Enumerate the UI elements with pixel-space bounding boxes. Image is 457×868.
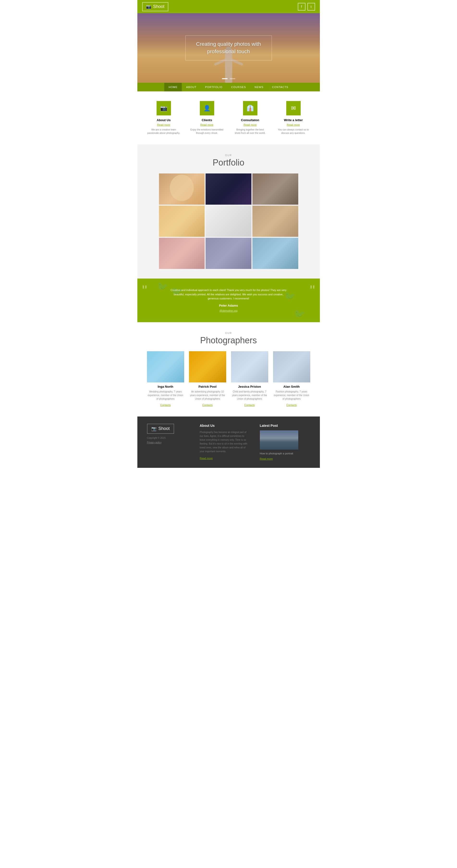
- footer-logo-text: Shoot: [159, 426, 170, 431]
- quote-left-icon: ": [142, 283, 147, 298]
- bird-icon-4: 🐦: [293, 309, 306, 320]
- hero-text-box: Creating quality photos with professiona…: [185, 35, 272, 60]
- service-title-write: Write a letter: [277, 118, 310, 122]
- footer-about-title: About Us: [200, 424, 250, 428]
- portfolio-title: Portfolio: [142, 158, 315, 168]
- bird-icon-1: 🐦: [156, 281, 169, 292]
- nav-about[interactable]: ABOUT: [182, 83, 201, 91]
- photographers-label: OUR: [142, 332, 315, 335]
- service-about: 📷 About Us Read more We are a creative t…: [147, 101, 180, 135]
- photographer-photo-2: [189, 351, 226, 382]
- photographer-photo-4: [273, 351, 310, 382]
- photographer-name-2: Patrick Pool: [189, 385, 226, 389]
- footer-privacy-link[interactable]: Privacy policy: [147, 441, 162, 444]
- footer-camera-icon: 📷: [151, 426, 156, 431]
- service-desc-clients: Enjoy the emotions transmitted through e…: [190, 128, 224, 135]
- facebook-button[interactable]: f: [298, 3, 306, 10]
- service-icon-person: 👤: [200, 101, 214, 115]
- nav-news[interactable]: NEWS: [250, 83, 268, 91]
- footer-copyright: Copyright © 2015: [147, 436, 190, 440]
- portfolio-photo-4[interactable]: [159, 206, 205, 237]
- service-link-clients[interactable]: Read more: [190, 123, 224, 126]
- photographer-link-2[interactable]: Contacts: [202, 404, 212, 406]
- nav-home[interactable]: HOME: [164, 83, 182, 91]
- footer-latest: Latest Post How to photograph a portrait…: [260, 424, 310, 461]
- photographer-desc-2: An advertising photography 10 years expe…: [189, 390, 226, 401]
- service-icon-mail: ✉: [286, 101, 301, 115]
- photographer-photo-1: [147, 351, 184, 382]
- service-title-about: About Us: [147, 118, 180, 122]
- twitter-button[interactable]: t: [307, 3, 315, 10]
- hero-section: Creating quality photos with professiona…: [137, 13, 320, 83]
- camera-icon: 📷: [146, 4, 151, 9]
- photographer-link-1[interactable]: Contacts: [160, 404, 171, 406]
- footer-about-link[interactable]: Read more: [200, 457, 213, 460]
- portfolio-photo-5[interactable]: [206, 206, 251, 237]
- portfolio-label: OUR: [142, 154, 315, 157]
- service-title-clients: Clients: [190, 118, 224, 122]
- portfolio-photo-7[interactable]: [159, 238, 205, 269]
- quote-right-icon: ": [310, 283, 315, 298]
- testimonial-section: 🐦 🐦 🐦 🐦 " " Creative and individual appr…: [137, 279, 320, 322]
- service-write: ✉ Write a letter Read more You can alway…: [277, 101, 310, 135]
- service-link-consultation[interactable]: Read more: [233, 123, 267, 126]
- footer-latest-post-link[interactable]: Read more: [260, 457, 273, 460]
- service-clients: 👤 Clients Read more Enjoy the emotions t…: [190, 101, 224, 135]
- portfolio-section: OUR Portfolio: [137, 145, 320, 279]
- photographers-grid: Inga North Wedding photography, 7 years …: [142, 351, 315, 407]
- service-link-write[interactable]: Read more: [277, 123, 310, 126]
- photographers-section: OUR Photographers Inga North Wedding pho…: [137, 322, 320, 416]
- nav-contacts[interactable]: CONTACTS: [268, 83, 293, 91]
- photographer-desc-4: Fashion photography, 7 years experience,…: [273, 390, 310, 401]
- photographers-title: Photographers: [142, 335, 315, 345]
- footer-about: About Us Photography has become an integ…: [200, 424, 250, 460]
- service-desc-about: We are a creative team passionate about …: [147, 128, 180, 135]
- hero-dots: [222, 78, 235, 79]
- photographer-photo-3: [231, 351, 268, 382]
- portfolio-photo-8[interactable]: [206, 238, 251, 269]
- service-title-consultation: Consultaton: [233, 118, 267, 122]
- header: 📷 Shoot f t: [137, 0, 320, 13]
- nav-courses[interactable]: COURSES: [227, 83, 250, 91]
- logo[interactable]: 📷 Shoot: [142, 2, 168, 11]
- footer-latest-post-title: How to photograph a portrait: [260, 452, 310, 455]
- service-icon-camera: 📷: [156, 101, 171, 115]
- dot-1[interactable]: [222, 78, 228, 79]
- nav-portfolio[interactable]: PORTFOLIO: [201, 83, 227, 91]
- social-icons: f t: [298, 3, 315, 10]
- services-section: 📷 About Us Read more We are a creative t…: [137, 91, 320, 145]
- portfolio-photo-1[interactable]: [159, 174, 205, 205]
- dot-2[interactable]: [230, 78, 235, 79]
- photographer-2: Patrick Pool An advertising photography …: [189, 351, 226, 407]
- portfolio-grid: [159, 174, 298, 269]
- service-desc-consultation: Bringing together the best shots from al…: [233, 128, 267, 135]
- portfolio-photo-9[interactable]: [252, 238, 298, 269]
- testimonial-link[interactable]: @demoline.org: [220, 309, 237, 312]
- footer-logo[interactable]: 📷 Shoot: [147, 424, 174, 434]
- logo-text: Shoot: [153, 4, 165, 9]
- service-icon-tie: 👔: [243, 101, 257, 115]
- photographer-name-3: Jessica Priston: [231, 385, 268, 389]
- footer-about-text: Photography has become an integral part …: [200, 430, 250, 454]
- photographer-name-1: Inga North: [147, 385, 184, 389]
- photographer-desc-1: Wedding photography, 7 years experience,…: [147, 390, 184, 401]
- portfolio-photo-3[interactable]: [252, 174, 298, 205]
- footer-logo-section: 📷 Shoot Copyright © 2015 Privacy policy: [147, 424, 190, 444]
- footer: 📷 Shoot Copyright © 2015 Privacy policy …: [137, 416, 320, 468]
- portfolio-photo-2[interactable]: [206, 174, 251, 205]
- photographer-link-4[interactable]: Contacts: [286, 404, 296, 406]
- photographer-1: Inga North Wedding photography, 7 years …: [147, 351, 184, 407]
- portfolio-photo-6[interactable]: [252, 206, 298, 237]
- photographer-desc-3: Child and family photography, 7 years ex…: [231, 390, 268, 401]
- photographer-4: Alan Smith Fashion photography, 7 years …: [273, 351, 310, 407]
- photographer-3: Jessica Priston Child and family photogr…: [231, 351, 268, 407]
- service-consultation: 👔 Consultaton Read more Bringing togethe…: [233, 101, 267, 135]
- service-desc-write: You can always contact us to discuss any…: [277, 128, 310, 135]
- testimonial-name: Peter Adams: [152, 304, 306, 307]
- service-link-about[interactable]: Read more: [147, 123, 180, 126]
- navigation: HOME ABOUT PORTFOLIO COURSES NEWS CONTAC…: [137, 83, 320, 91]
- footer-latest-title: Latest Post: [260, 424, 310, 428]
- testimonial-quote: Creative and individual approach to each…: [169, 288, 289, 301]
- hero-title: Creating quality photos with professiona…: [195, 40, 262, 55]
- photographer-link-3[interactable]: Contacts: [244, 404, 255, 406]
